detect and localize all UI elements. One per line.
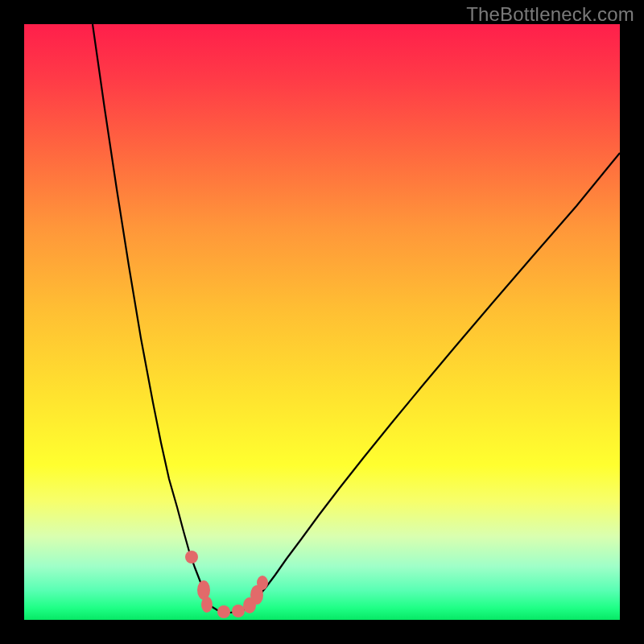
chart-plot-area [24,24,620,620]
data-marker [232,605,245,617]
curve-left [93,24,211,606]
data-marker [201,597,213,613]
data-marker [217,605,230,618]
data-markers [185,551,268,618]
curve-right [250,153,620,606]
chart-frame: TheBottleneck.com [0,0,644,644]
watermark-text: TheBottleneck.com [466,3,634,26]
data-marker [257,576,268,590]
chart-svg [24,24,620,620]
data-marker [185,551,198,564]
